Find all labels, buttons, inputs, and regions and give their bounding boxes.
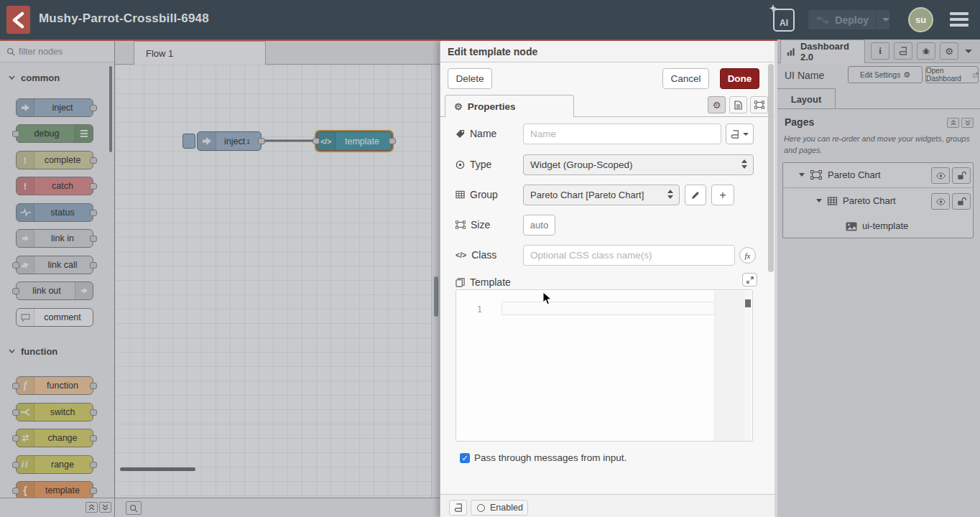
zoom-search-button[interactable] <box>126 501 142 515</box>
panel-splitter[interactable] <box>775 41 777 517</box>
palette-node-link-call[interactable]: link call <box>16 256 93 274</box>
size-auto-button[interactable]: auto <box>523 215 555 236</box>
output-port <box>90 383 97 389</box>
link-out-icon <box>75 282 93 299</box>
palette-node-change[interactable]: change <box>16 429 93 447</box>
palette-node-link-out[interactable]: link out <box>16 281 93 300</box>
open-dashboard-button[interactable]: Open Dashboard <box>925 66 979 83</box>
delete-button[interactable]: Delete <box>448 68 492 89</box>
flow-canvas[interactable]: inject1 </> template <box>115 65 440 498</box>
pages-expand-button[interactable] <box>961 118 974 128</box>
ui-template-node[interactable]: </> template <box>316 131 392 151</box>
output-port[interactable] <box>258 138 265 144</box>
deploy-caret-icon[interactable] <box>882 18 889 22</box>
tab-properties[interactable]: ⚙ Properties <box>445 95 574 117</box>
info-button[interactable]: i <box>871 42 889 60</box>
expand-all-button[interactable] <box>99 502 111 513</box>
inject-trigger-button[interactable] <box>182 134 195 149</box>
edit-group-button[interactable] <box>685 185 706 205</box>
palette-node-status[interactable]: status <box>16 203 93 222</box>
palette-node-catch[interactable]: ! catch <box>16 177 93 195</box>
main-menu-button[interactable] <box>950 12 969 29</box>
tab-flow-1[interactable]: Flow 1 <box>134 41 266 65</box>
help-button[interactable] <box>894 42 912 60</box>
node-enabled-toggle[interactable]: Enabled <box>471 500 528 516</box>
select-arrows-icon <box>667 190 673 199</box>
tree-row-group-pareto-chart[interactable]: Pareto Chart <box>783 189 973 214</box>
book-icon <box>899 47 907 55</box>
debug-button[interactable] <box>917 42 935 60</box>
collapse-all-button[interactable] <box>85 502 98 513</box>
copy-icon <box>456 278 465 287</box>
category-common[interactable]: common <box>0 70 114 85</box>
deploy-button[interactable]: Deploy <box>808 10 889 29</box>
output-port <box>90 262 97 269</box>
unlock-icon <box>957 197 966 206</box>
description-tab-button[interactable] <box>729 96 747 113</box>
name-input[interactable] <box>523 124 721 144</box>
horizontal-scrollbar[interactable] <box>120 467 195 471</box>
pages-collapse-button[interactable] <box>947 118 959 128</box>
expand-editor-button[interactable] <box>742 273 757 287</box>
palette-node-debug[interactable]: debug <box>16 124 93 143</box>
type-select[interactable]: Widget (Group-Scoped) <box>523 154 754 175</box>
lock-button[interactable] <box>952 167 971 184</box>
dialog-footer: Enabled <box>440 494 775 517</box>
tab-dashboard-2-0[interactable]: Dashboard 2.0 <box>780 39 865 63</box>
visibility-button[interactable] <box>931 167 950 184</box>
appearance-tab-button[interactable] <box>750 96 768 113</box>
user-avatar[interactable]: su <box>908 7 933 32</box>
tab-layout[interactable]: Layout <box>777 88 836 109</box>
tree-row-page-pareto-chart[interactable]: Pareto Chart <box>783 163 973 188</box>
comment-icon <box>17 309 34 326</box>
template-code-editor[interactable]: 1 <box>456 289 753 442</box>
palette-scrollbar[interactable] <box>109 66 112 152</box>
palette-node-switch[interactable]: switch <box>16 403 93 421</box>
label-options-button[interactable] <box>726 124 754 144</box>
lock-button[interactable] <box>952 193 971 210</box>
visibility-button[interactable] <box>931 193 950 210</box>
group-select[interactable]: Pareto Chart [Pareto Chart] <box>523 185 680 205</box>
palette-node-comment[interactable]: comment <box>16 308 93 327</box>
palette-node-inject[interactable]: inject <box>16 98 93 117</box>
input-port <box>12 435 19 442</box>
fx-button[interactable]: fx <box>739 247 756 264</box>
editor-scrollbar[interactable] <box>745 299 751 307</box>
filter-nodes-input[interactable] <box>19 44 108 60</box>
input-port <box>12 131 19 137</box>
palette-node-link-in[interactable]: link in <box>16 229 93 248</box>
add-group-button[interactable]: + <box>711 185 734 205</box>
cancel-button[interactable]: Cancel <box>662 68 709 89</box>
dialog-scrollbar[interactable] <box>768 64 774 272</box>
output-port[interactable] <box>389 138 396 144</box>
output-port <box>90 105 97 111</box>
node-red-logo-icon[interactable] <box>6 6 30 34</box>
class-input[interactable] <box>523 245 735 266</box>
node-palette: common inject debug ! complete ! catch s… <box>0 41 115 517</box>
chevron-down-icon[interactable] <box>816 199 822 202</box>
chevron-down-icon[interactable] <box>799 173 805 177</box>
edit-settings-button[interactable]: Edit Settings ⚙ <box>848 66 923 83</box>
catch-icon: ! <box>17 177 34 195</box>
palette-node-function[interactable]: f function <box>16 376 93 395</box>
document-icon <box>734 101 742 110</box>
editor-minimap <box>714 291 744 441</box>
docs-button[interactable] <box>449 500 467 516</box>
output-port <box>90 435 97 442</box>
edit-template-node-dialog: Edit template node Delete Cancel Done ⚙ … <box>440 41 775 517</box>
sidebar-menu-caret-icon[interactable] <box>965 50 972 53</box>
properties-tab-button[interactable]: ⚙ <box>708 96 726 113</box>
done-button[interactable]: Done <box>720 68 759 89</box>
inject-node[interactable]: inject1 <box>197 131 262 151</box>
palette-node-complete[interactable]: ! complete <box>16 151 93 169</box>
tree-row-widget-ui-template[interactable]: ui-template <box>783 214 973 239</box>
ai-assistant-button[interactable]: AI <box>773 9 795 32</box>
vertical-scrollbar[interactable] <box>434 276 438 317</box>
gear-icon: ⚙ <box>945 46 953 57</box>
input-port[interactable] <box>313 138 320 144</box>
category-function[interactable]: function <box>0 343 114 359</box>
settings-button[interactable]: ⚙ <box>940 42 958 60</box>
palette-node-range[interactable]: ii range <box>16 455 93 474</box>
passthrough-checkbox[interactable]: ✓ <box>460 453 470 463</box>
expand-icon <box>746 276 754 284</box>
